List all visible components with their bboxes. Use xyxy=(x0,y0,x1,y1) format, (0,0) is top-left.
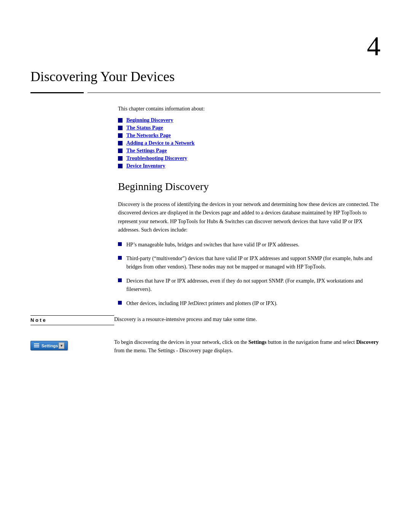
settings-bar-3 xyxy=(34,347,39,347)
settings-icon xyxy=(34,343,40,348)
note-label: N o t e xyxy=(30,317,46,323)
section-heading-beginning-discovery: Beginning Discovery xyxy=(118,181,381,193)
note-left-col: N o t e xyxy=(30,315,114,327)
bullet-item-4: Other devices, including HP JetDirect pr… xyxy=(118,299,381,308)
toc-link-beginning-discovery[interactable]: Beginning Discovery xyxy=(126,117,173,123)
toc-item-networks-page: The Networks Page xyxy=(118,133,381,139)
title-rule xyxy=(30,92,381,93)
toc-link-networks-page[interactable]: The Networks Page xyxy=(126,133,171,139)
toc-item-troubleshooting: Troubleshooting Discovery xyxy=(118,155,381,161)
toc-list: Beginning Discovery The Status Page The … xyxy=(118,117,381,169)
toc-link-status-page[interactable]: The Status Page xyxy=(126,125,163,131)
body-para-intro: Discovery is the process of identifying … xyxy=(118,200,381,235)
bullet-item-3: Devices that have IP or IPX addresses, e… xyxy=(118,277,381,294)
note-right-col: Discovery is a resource-intensive proces… xyxy=(114,315,381,324)
chapter-number: 4 xyxy=(367,30,381,62)
settings-button-label: Settings xyxy=(41,343,58,348)
content-area: This chapter contains information about:… xyxy=(118,105,381,308)
page-container: 4 Discovering Your Devices This chapter … xyxy=(0,0,411,532)
note-text: Discovery is a resource-intensive proces… xyxy=(114,315,381,324)
bullet-text-2: Third-party (“multivendor”) devices that… xyxy=(126,254,381,272)
bullet-square-1 xyxy=(118,242,122,246)
toc-link-device-inventory[interactable]: Device Inventory xyxy=(126,163,165,169)
settings-text: To begin discovering the devices in your… xyxy=(114,338,381,355)
settings-button[interactable]: Settings ▾ xyxy=(30,341,68,350)
settings-icon-bars xyxy=(34,343,40,347)
rule-left xyxy=(30,92,84,93)
toc-item-settings-page: The Settings Page xyxy=(118,148,381,154)
toc-bullet xyxy=(118,126,123,130)
settings-bar-1 xyxy=(34,343,39,344)
intro-text: This chapter contains information about: xyxy=(118,105,381,113)
settings-section: Settings ▾ To begin discovering the devi… xyxy=(30,338,381,355)
bullet-item-2: Third-party (“multivendor”) devices that… xyxy=(118,254,381,272)
toc-bullet xyxy=(118,156,123,161)
chapter-title: Discovering Your Devices xyxy=(30,69,411,85)
bullet-text-1: HP’s manageable hubs, bridges and switch… xyxy=(126,241,381,249)
settings-bold-1: Settings xyxy=(249,339,266,345)
settings-right-col: To begin discovering the devices in your… xyxy=(114,338,381,355)
bullet-list: HP’s manageable hubs, bridges and switch… xyxy=(118,241,381,308)
bullet-text-3: Devices that have IP or IPX addresses, e… xyxy=(126,277,381,294)
bullet-square-4 xyxy=(118,301,122,305)
toc-bullet xyxy=(118,118,123,123)
toc-bullet xyxy=(118,133,123,138)
toc-item-status-page: The Status Page xyxy=(118,125,381,131)
note-section: N o t e Discovery is a resource-intensiv… xyxy=(30,315,381,327)
settings-text-middle: button in the navigation frame and selec… xyxy=(266,339,356,345)
bullet-item-1: HP’s manageable hubs, bridges and switch… xyxy=(118,241,381,249)
note-label-container: N o t e xyxy=(30,315,114,325)
toc-bullet xyxy=(118,149,123,153)
rule-right xyxy=(88,93,381,93)
settings-dropdown-arrow[interactable]: ▾ xyxy=(59,342,64,349)
toc-link-troubleshooting[interactable]: Troubleshooting Discovery xyxy=(126,155,187,161)
bullet-square-3 xyxy=(118,278,122,282)
settings-bold-2: Discovery xyxy=(356,339,379,345)
toc-link-adding-device[interactable]: Adding a Device to a Network xyxy=(126,140,194,146)
settings-bar-2 xyxy=(34,345,39,346)
settings-left-col: Settings ▾ xyxy=(30,338,114,351)
toc-item-beginning-discovery: Beginning Discovery xyxy=(118,117,381,123)
toc-item-device-inventory: Device Inventory xyxy=(118,163,381,169)
bullet-text-4: Other devices, including HP JetDirect pr… xyxy=(126,299,381,308)
toc-item-adding-device: Adding a Device to a Network xyxy=(118,140,381,146)
settings-text-before: To begin discovering the devices in your… xyxy=(114,339,249,345)
toc-link-settings-page[interactable]: The Settings Page xyxy=(126,148,167,154)
toc-bullet xyxy=(118,141,123,145)
toc-bullet xyxy=(118,164,123,168)
bullet-square-2 xyxy=(118,256,122,260)
settings-text-after: from the menu. The Settings - Discovery … xyxy=(114,348,233,353)
